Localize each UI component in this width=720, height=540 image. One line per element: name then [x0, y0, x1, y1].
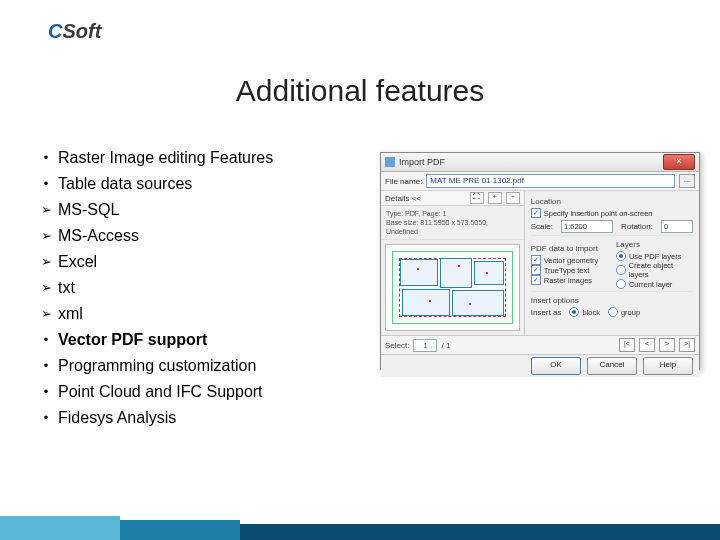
specify-onscreen-check[interactable]: ✓Specify insertion point on-screen — [531, 208, 693, 218]
ok-button[interactable]: OK — [531, 357, 581, 375]
slide-footer — [0, 506, 720, 540]
feature-text: xml — [58, 304, 83, 324]
meta-size: Base size: 811.5950 x 573.5050, Undefine… — [386, 218, 519, 236]
feature-text: Point Cloud and IFC Support — [58, 382, 263, 402]
location-title: Location — [531, 197, 693, 206]
logo-soft: Soft — [62, 20, 101, 42]
dot-bullet-icon: • — [34, 382, 58, 402]
dialog-title: Import PDF — [399, 157, 663, 167]
feature-text: MS-Access — [58, 226, 139, 246]
page-input[interactable]: 1 — [413, 339, 437, 352]
dot-bullet-icon: • — [34, 408, 58, 428]
file-label: File name: — [385, 177, 422, 186]
arrow-bullet-icon: ➢ — [34, 304, 58, 324]
use-pdf-layers-radio[interactable]: Use PDF layers — [616, 251, 693, 261]
feature-item: •Table data sources — [34, 174, 364, 194]
rotation-input[interactable]: 0 — [661, 220, 693, 233]
feature-item: ➢xml — [34, 304, 364, 324]
dot-bullet-icon: • — [34, 174, 58, 194]
raster-images-check[interactable]: ✓Raster images — [531, 275, 608, 285]
import-title: PDF data to import — [531, 244, 608, 253]
create-object-layers-radio[interactable]: Create object layers — [616, 261, 693, 279]
file-row: File name: MAT ME PRE 01 1302.pdf ... — [381, 172, 699, 191]
feature-item: •Raster Image editing Features — [34, 148, 364, 168]
current-layer-radio[interactable]: Current layer — [616, 279, 693, 289]
feature-text: Table data sources — [58, 174, 192, 194]
feature-text: Excel — [58, 252, 97, 272]
insert-options-title: Insert options — [531, 296, 693, 305]
help-button[interactable]: Help — [643, 357, 693, 375]
vector-geometry-check[interactable]: ✓Vector geometry — [531, 255, 608, 265]
feature-text: MS-SQL — [58, 200, 119, 220]
brand-logo: CSoft — [48, 20, 101, 43]
feature-item: •Fidesys Analysis — [34, 408, 364, 428]
next-page-button[interactable]: > — [659, 338, 675, 352]
insert-options-group: Insert options Insert as block group — [531, 294, 693, 319]
logo-c: C — [48, 20, 62, 42]
dot-bullet-icon: • — [34, 356, 58, 376]
feature-text: Programming customization — [58, 356, 256, 376]
dot-bullet-icon: • — [34, 148, 58, 168]
dialog-titlebar: Import PDF × — [381, 153, 699, 172]
close-button[interactable]: × — [663, 154, 695, 170]
details-toggle[interactable]: Details << — [385, 194, 421, 203]
insert-as-label: Insert as — [531, 308, 562, 317]
feature-text: Raster Image editing Features — [58, 148, 273, 168]
zoom-out-icon[interactable]: − — [506, 192, 520, 204]
browse-button[interactable]: ... — [679, 174, 695, 188]
feature-text: Fidesys Analysis — [58, 408, 176, 428]
first-page-button[interactable]: |< — [619, 338, 635, 352]
scale-input[interactable]: 1:6200 — [561, 220, 613, 233]
app-icon — [385, 157, 395, 167]
meta-type: Type: PDF, Page: 1 — [386, 209, 519, 218]
feature-item: •Vector PDF support — [34, 330, 364, 350]
arrow-bullet-icon: ➢ — [34, 252, 58, 272]
zoom-in-icon[interactable]: + — [488, 192, 502, 204]
feature-item: ➢MS-SQL — [34, 200, 364, 220]
file-input[interactable]: MAT ME PRE 01 1302.pdf — [426, 174, 675, 188]
arrow-bullet-icon: ➢ — [34, 226, 58, 246]
feature-item: ➢txt — [34, 278, 364, 298]
file-meta: Type: PDF, Page: 1 Base size: 811.5950 x… — [381, 206, 524, 240]
rotation-label: Rotation: — [621, 222, 653, 231]
feature-text: Vector PDF support — [58, 330, 207, 350]
last-page-button[interactable]: >| — [679, 338, 695, 352]
feature-text: txt — [58, 278, 75, 298]
arrow-bullet-icon: ➢ — [34, 200, 58, 220]
layers-title: Layers — [616, 240, 693, 249]
fit-icon[interactable]: ⛶ — [470, 192, 484, 204]
prev-page-button[interactable]: < — [639, 338, 655, 352]
page-total: / 1 — [441, 341, 450, 350]
slide-title: Additional features — [0, 74, 720, 108]
arrow-bullet-icon: ➢ — [34, 278, 58, 298]
cancel-button[interactable]: Cancel — [587, 357, 637, 375]
page-nav: Select: 1 / 1 |< < > >| — [381, 335, 699, 354]
truetype-text-check[interactable]: ✓TrueType text — [531, 265, 608, 275]
select-label: Select: — [385, 341, 409, 350]
import-pdf-dialog: Import PDF × File name: MAT ME PRE 01 13… — [380, 152, 700, 370]
insert-group-radio[interactable]: group — [608, 307, 640, 317]
feature-item: •Programming customization — [34, 356, 364, 376]
feature-item: ➢Excel — [34, 252, 364, 272]
dot-bullet-icon: • — [34, 330, 58, 350]
import-data-group: PDF data to import ✓Vector geometry ✓Tru… — [531, 238, 693, 292]
feature-item: •Point Cloud and IFC Support — [34, 382, 364, 402]
location-group: Location ✓Specify insertion point on-scr… — [531, 195, 693, 236]
insert-block-radio[interactable]: block — [569, 307, 600, 317]
feature-item: ➢MS-Access — [34, 226, 364, 246]
scale-label: Scale: — [531, 222, 553, 231]
feature-list: •Raster Image editing Features•Table dat… — [34, 148, 364, 434]
preview-toolbar: Details << ⛶ + − — [381, 191, 524, 206]
pdf-preview — [385, 244, 520, 331]
dialog-buttons: OK Cancel Help — [381, 354, 699, 377]
